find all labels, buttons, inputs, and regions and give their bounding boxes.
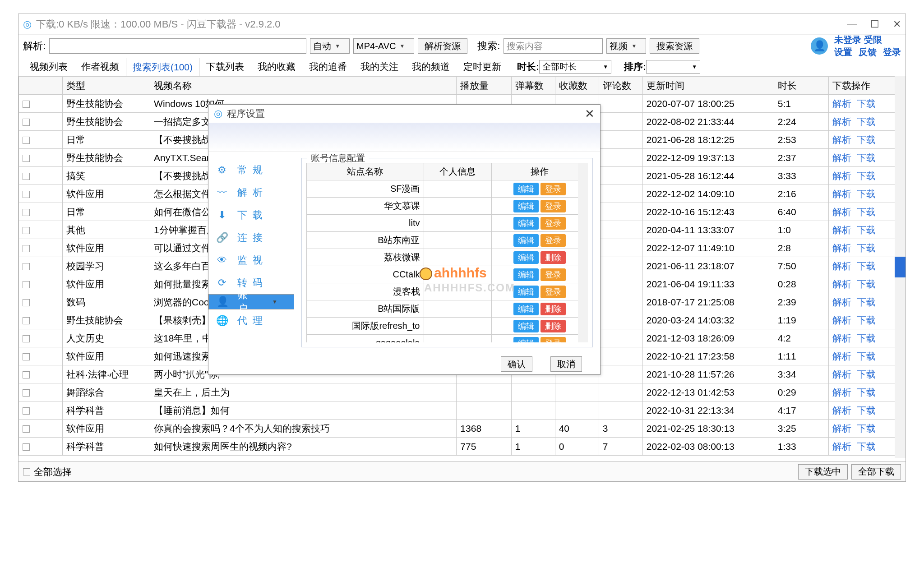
row-checkbox[interactable] — [23, 209, 30, 216]
edit-button[interactable]: 编辑 — [513, 303, 539, 315]
scrollbar-thumb[interactable] — [895, 257, 906, 277]
row-checkbox[interactable] — [23, 353, 30, 360]
parse-link[interactable]: 解析 — [832, 152, 851, 163]
download-link[interactable]: 下载 — [857, 134, 876, 145]
minimize-button[interactable]: — — [847, 18, 857, 30]
login-link[interactable]: 登录 — [883, 46, 901, 58]
sort-filter[interactable] — [646, 60, 700, 74]
col-header-7[interactable]: 更新时间 — [642, 77, 774, 95]
parse-url-input[interactable] — [49, 38, 306, 54]
close-button[interactable]: ✕ — [893, 18, 901, 30]
login-button[interactable]: 登录 — [541, 337, 566, 343]
download-link[interactable]: 下载 — [857, 261, 876, 271]
login-button[interactable]: 登录 — [541, 286, 566, 298]
tab-8[interactable]: 定时更新 — [457, 57, 508, 76]
search-type-select[interactable]: 视频 — [606, 38, 646, 54]
download-link[interactable]: 下载 — [857, 243, 876, 253]
table-row[interactable]: 科学科普如何快速搜索周医生的视频内容?7751072022-02-03 08:0… — [19, 438, 906, 456]
table-row[interactable]: 舞蹈综合皇天在上，后土为2022-12-13 01:42:530:29解析 下载 — [19, 383, 906, 401]
parse-link[interactable]: 解析 — [832, 116, 851, 127]
row-checkbox[interactable] — [23, 101, 30, 108]
download-link[interactable]: 下载 — [857, 423, 876, 434]
parse-link[interactable]: 解析 — [832, 405, 851, 415]
avatar[interactable]: 👤 — [811, 37, 828, 55]
download-link[interactable]: 下载 — [857, 351, 876, 361]
edit-button[interactable]: 编辑 — [513, 183, 539, 195]
parse-link[interactable]: 解析 — [832, 243, 851, 253]
edit-button[interactable]: 编辑 — [513, 286, 539, 298]
row-checkbox[interactable] — [23, 389, 30, 397]
col-header-8[interactable]: 时长 — [774, 77, 828, 95]
download-link[interactable]: 下载 — [857, 189, 876, 199]
maximize-button[interactable]: ☐ — [870, 18, 879, 30]
nav-item-1[interactable]: 〰解析 — [208, 181, 294, 204]
parse-link[interactable]: 解析 — [832, 261, 851, 271]
download-link[interactable]: 下载 — [857, 279, 876, 289]
download-link[interactable]: 下载 — [857, 369, 876, 379]
row-checkbox[interactable] — [23, 335, 30, 342]
table-row[interactable]: 软件应用你真的会搜索吗？4个不为人知的搜索技巧136814032021-02-2… — [19, 420, 906, 438]
row-checkbox[interactable] — [23, 281, 30, 288]
format-select[interactable]: MP4-AVC — [353, 38, 414, 54]
login-button[interactable]: 登录 — [541, 234, 566, 247]
tab-6[interactable]: 我的关注 — [354, 57, 405, 76]
edit-button[interactable]: 编辑 — [513, 320, 539, 332]
search-input[interactable]: 搜索内容 — [504, 38, 603, 54]
download-link[interactable]: 下载 — [857, 98, 876, 109]
nav-item-2[interactable]: ⬇下载 — [208, 204, 294, 226]
col-header-3[interactable]: 播放量 — [457, 77, 511, 95]
parse-link[interactable]: 解析 — [832, 333, 851, 343]
download-link[interactable]: 下载 — [857, 171, 876, 181]
tab-5[interactable]: 我的追番 — [302, 57, 354, 76]
row-checkbox[interactable] — [23, 119, 30, 126]
edit-button[interactable]: 编辑 — [513, 268, 539, 281]
row-checkbox[interactable] — [23, 155, 30, 162]
parse-link[interactable]: 解析 — [832, 98, 851, 109]
cancel-button[interactable]: 取消 — [550, 356, 582, 372]
row-checkbox[interactable] — [23, 191, 30, 198]
tab-3[interactable]: 下载列表 — [199, 57, 251, 76]
auto-select[interactable]: 自动 — [310, 38, 350, 54]
nav-item-0[interactable]: ⚙常规 — [208, 159, 294, 181]
parse-link[interactable]: 解析 — [832, 171, 851, 181]
row-checkbox[interactable] — [23, 299, 30, 306]
parse-link[interactable]: 解析 — [832, 189, 851, 199]
parse-link[interactable]: 解析 — [832, 351, 851, 361]
nav-item-3[interactable]: 🔗连接 — [208, 226, 294, 249]
row-checkbox[interactable] — [23, 317, 30, 324]
download-link[interactable]: 下载 — [857, 152, 876, 163]
edit-button[interactable]: 编辑 — [513, 200, 539, 212]
download-link[interactable]: 下载 — [857, 387, 876, 397]
edit-button[interactable]: 编辑 — [513, 337, 539, 343]
accounts-scrollbar[interactable] — [578, 163, 588, 342]
tab-4[interactable]: 我的收藏 — [251, 57, 302, 76]
download-link[interactable]: 下载 — [857, 225, 876, 235]
download-link[interactable]: 下载 — [857, 116, 876, 127]
tab-7[interactable]: 我的频道 — [405, 57, 457, 76]
ok-button[interactable]: 确认 — [501, 356, 532, 372]
tab-1[interactable]: 作者视频 — [74, 57, 126, 76]
delete-button[interactable]: 删除 — [541, 320, 566, 332]
login-button[interactable]: 登录 — [541, 268, 566, 281]
parse-link[interactable]: 解析 — [832, 279, 851, 289]
select-all-checkbox[interactable] — [23, 468, 30, 475]
edit-button[interactable]: 编辑 — [513, 234, 539, 247]
download-selected-button[interactable]: 下载选中 — [798, 464, 848, 480]
row-checkbox[interactable] — [23, 173, 30, 180]
download-link[interactable]: 下载 — [857, 333, 876, 343]
nav-item-6[interactable]: 👤账户 — [208, 294, 294, 309]
login-button[interactable]: 登录 — [541, 200, 566, 212]
download-link[interactable]: 下载 — [857, 405, 876, 415]
parse-link[interactable]: 解析 — [832, 315, 851, 325]
login-button[interactable]: 登录 — [541, 183, 566, 195]
col-header-0[interactable] — [19, 77, 63, 95]
settings-link[interactable]: 设置 — [834, 46, 852, 58]
row-checkbox[interactable] — [23, 137, 30, 144]
col-header-5[interactable]: 收藏数 — [555, 77, 599, 95]
parse-button[interactable]: 解析资源 — [418, 38, 467, 54]
row-checkbox[interactable] — [23, 443, 30, 451]
row-checkbox[interactable] — [23, 227, 30, 234]
download-link[interactable]: 下载 — [857, 441, 876, 452]
col-header-2[interactable]: 视频名称 — [150, 77, 457, 95]
scrollbar[interactable] — [895, 76, 906, 458]
